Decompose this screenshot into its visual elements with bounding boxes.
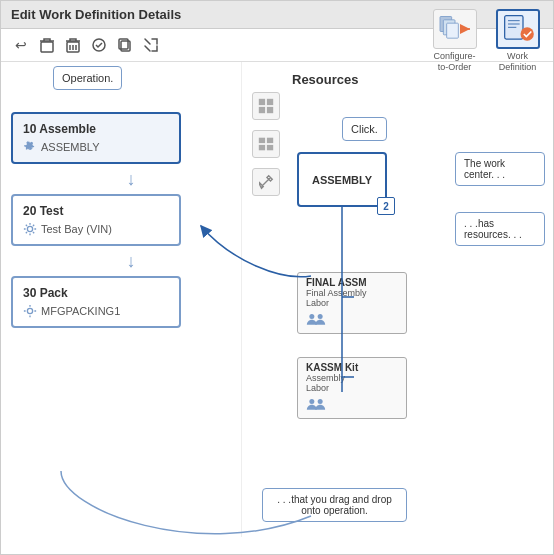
work-definition-label: Work Definition — [490, 51, 545, 73]
svg-rect-14 — [267, 145, 273, 150]
work-definition-card[interactable]: Work Definition — [490, 9, 545, 73]
list-icon — [257, 135, 275, 153]
configure-to-order-icon — [438, 14, 472, 44]
assembly-node[interactable]: ASSEMBLY 2 — [297, 152, 387, 207]
resource-item-final-assm-sub: Final AssemblyLabor — [306, 288, 398, 308]
right-panel: Resources — [241, 62, 553, 537]
svg-rect-11 — [259, 138, 265, 143]
group-icon-2 — [306, 396, 326, 412]
work-definition-img — [496, 9, 540, 49]
has-resources-callout: . . .has resources. . . — [455, 212, 545, 246]
configure-to-order-img — [433, 9, 477, 49]
svg-point-6 — [27, 308, 32, 313]
click-callout: Click. — [342, 117, 387, 141]
tool-icon — [257, 173, 275, 191]
badge-number: 2 — [377, 197, 395, 215]
people-icon-2 — [306, 396, 398, 414]
trash-icon[interactable] — [63, 35, 83, 55]
undo-icon[interactable]: ↩ — [11, 35, 31, 55]
svg-rect-10 — [267, 107, 273, 113]
operation-callout: Operation. — [53, 66, 122, 90]
resource-item-kassm-title: KASSM Kit — [306, 362, 398, 373]
op-node-pack[interactable]: 30 Pack MFGPACKING1 — [11, 276, 181, 328]
arrow-down-1: ↓ — [31, 164, 231, 194]
op-node-assemble-sub: ASSEMBLY — [23, 140, 169, 154]
svg-point-17 — [309, 399, 314, 404]
op-node-test-sub: Test Bay (VIN) — [23, 222, 169, 236]
svg-rect-0 — [41, 42, 53, 52]
op-node-pack-sub: MFGPACKING1 — [23, 304, 169, 318]
main-container: Edit Work Definition Details ↩ Operation… — [0, 0, 554, 555]
svg-rect-7 — [259, 99, 265, 105]
page-title: Edit Work Definition Details — [11, 7, 181, 22]
op-node-pack-title: 30 Pack — [23, 286, 169, 300]
op-node-assemble-title: 10 Assemble — [23, 122, 169, 136]
grid-icon — [257, 97, 275, 115]
svg-rect-26 — [446, 23, 458, 38]
resource-icon-1[interactable] — [252, 92, 280, 120]
svg-rect-9 — [259, 107, 265, 113]
check-circle-icon[interactable] — [89, 35, 109, 55]
svg-point-5 — [27, 226, 32, 231]
workcenter-callout: The work center. . . — [455, 152, 545, 186]
resource-item-kassm[interactable]: KASSM Kit AssemblyLabor — [297, 357, 407, 419]
gear-icon-test — [23, 222, 37, 236]
configure-to-order-label: Configure- to-Order — [427, 51, 482, 73]
op-node-assemble[interactable]: 10 Assemble ASSEMBLY — [11, 112, 181, 164]
op-node-test-title: 20 Test — [23, 204, 169, 218]
drag-callout: . . .that you drag and drop onto operati… — [262, 488, 407, 522]
svg-point-18 — [318, 399, 323, 404]
delete-icon[interactable] — [37, 35, 57, 55]
copy-icon[interactable] — [115, 35, 135, 55]
people-icon-1 — [306, 311, 398, 329]
top-right-icons: Configure- to-Order Work Definition — [427, 9, 545, 73]
resource-item-final-assm[interactable]: FINAL ASSM Final AssemblyLabor — [297, 272, 407, 334]
op-node-test[interactable]: 20 Test Test Bay (VIN) — [11, 194, 181, 246]
content-area: Operation. 10 Assemble ASSEMBLY ↓ — [1, 62, 553, 537]
resource-item-kassm-sub: AssemblyLabor — [306, 373, 398, 393]
resource-item-final-assm-title: FINAL ASSM — [306, 277, 398, 288]
arrow-down-2: ↓ — [31, 246, 231, 276]
svg-rect-13 — [259, 145, 265, 150]
resources-header: Resources — [292, 72, 543, 87]
group-icon-1 — [306, 311, 326, 327]
resource-icon-2[interactable] — [252, 130, 280, 158]
gear-icon-assemble — [23, 140, 37, 154]
resource-icons-col — [252, 92, 280, 196]
svg-rect-8 — [267, 99, 273, 105]
resource-icon-3[interactable] — [252, 168, 280, 196]
left-panel: Operation. 10 Assemble ASSEMBLY ↓ — [1, 62, 241, 537]
gear-icon-pack — [23, 304, 37, 318]
svg-point-15 — [309, 314, 314, 319]
resize-icon[interactable] — [141, 35, 161, 55]
svg-rect-12 — [267, 138, 273, 143]
svg-point-16 — [318, 314, 323, 319]
svg-point-31 — [520, 27, 533, 40]
work-definition-icon — [501, 14, 535, 44]
configure-to-order-card[interactable]: Configure- to-Order — [427, 9, 482, 73]
